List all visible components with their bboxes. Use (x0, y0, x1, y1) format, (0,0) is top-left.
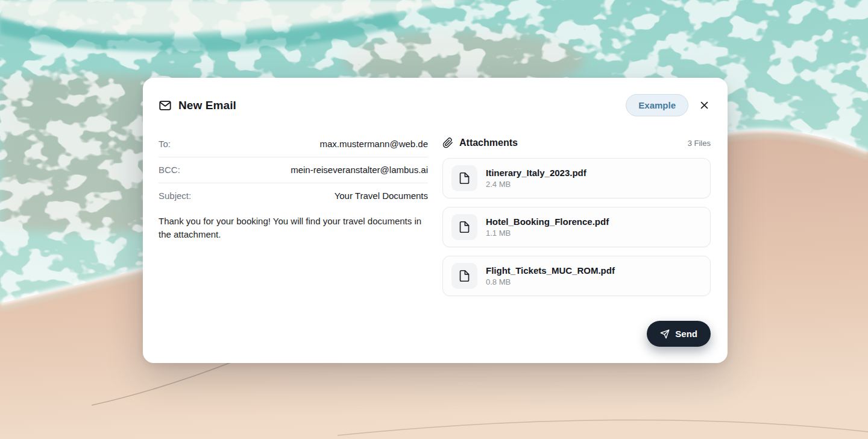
attachment-card[interactable]: Hotel_Booking_Florence.pdf 1.1 MB (442, 207, 711, 247)
attachment-size: 2.4 MB (486, 180, 587, 189)
close-icon (699, 100, 709, 110)
bcc-input[interactable]: mein-reiseveranstalter@lambus.ai (291, 165, 428, 175)
subject-field-row: Subject: Your Travel Documents (159, 183, 428, 209)
attachment-size: 1.1 MB (486, 229, 609, 238)
paperclip-icon (442, 137, 453, 148)
to-input[interactable]: max.mustermann@web.de (320, 139, 428, 149)
paper-plane-icon (660, 329, 670, 339)
to-field-row: To: max.mustermann@web.de (159, 131, 428, 157)
dialog-header: New Email Example (159, 94, 711, 116)
attachment-name: Flight_Tickets_MUC_ROM.pdf (486, 265, 615, 276)
attachments-header: Attachments 3 Files (442, 131, 711, 150)
desktop-canvas: New Email Example To: max.musterman (0, 0, 868, 439)
subject-input[interactable]: Your Travel Documents (335, 191, 428, 201)
attachment-name: Hotel_Booking_Florence.pdf (486, 216, 609, 227)
bcc-field-row: BCC: mein-reiseveranstalter@lambus.ai (159, 157, 428, 183)
dialog-title: New Email (178, 99, 236, 112)
message-fields-column: To: max.mustermann@web.de BCC: mein-reis… (159, 131, 428, 321)
new-email-dialog: New Email Example To: max.musterman (143, 78, 728, 363)
attachment-card[interactable]: Flight_Tickets_MUC_ROM.pdf 0.8 MB (442, 256, 711, 296)
message-body-input[interactable]: Thank you for your booking! You will fin… (159, 215, 428, 241)
bcc-label: BCC: (159, 165, 180, 175)
close-button[interactable] (698, 99, 711, 112)
file-icon (451, 165, 477, 191)
envelope-icon (159, 99, 172, 112)
attachment-card[interactable]: Itinerary_Italy_2023.pdf 2.4 MB (442, 158, 711, 198)
attachments-list: Itinerary_Italy_2023.pdf 2.4 MB Hotel_Bo… (442, 158, 711, 296)
to-label: To: (159, 139, 171, 149)
attachments-title: Attachments (459, 137, 518, 148)
send-button[interactable]: Send (647, 321, 711, 347)
file-icon (451, 214, 477, 240)
attachments-column: Attachments 3 Files Itinerary_Italy_2023… (442, 131, 711, 321)
file-icon (451, 263, 477, 289)
attachment-name: Itinerary_Italy_2023.pdf (486, 168, 587, 178)
attachments-count: 3 Files (688, 139, 711, 148)
send-button-label: Send (675, 329, 697, 339)
attachment-size: 0.8 MB (486, 277, 615, 286)
example-button[interactable]: Example (626, 94, 688, 116)
subject-label: Subject: (159, 191, 191, 201)
dialog-footer: Send (159, 321, 711, 347)
